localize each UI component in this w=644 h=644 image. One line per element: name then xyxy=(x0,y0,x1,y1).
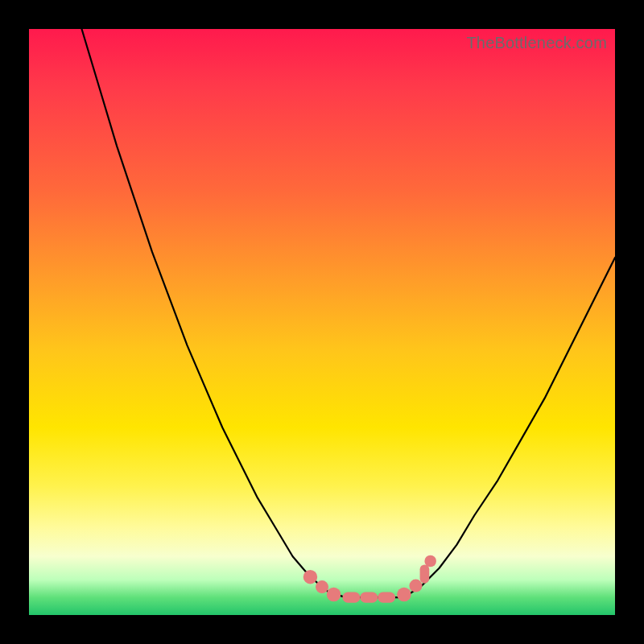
curve-marker xyxy=(360,592,378,603)
curve-marker xyxy=(327,588,341,601)
marker-group xyxy=(303,555,436,603)
curve-marker xyxy=(303,570,317,584)
curve-marker xyxy=(342,592,360,603)
plot-area: TheBottleneck.com xyxy=(29,29,615,615)
curve-marker xyxy=(424,555,436,568)
curve-marker xyxy=(409,580,422,592)
bottleneck-curve xyxy=(82,29,615,597)
curve-marker xyxy=(420,564,430,583)
curve-marker xyxy=(316,580,328,593)
chart-frame: TheBottleneck.com xyxy=(0,0,644,644)
curve-marker xyxy=(378,592,395,603)
curve-marker xyxy=(397,588,411,601)
curve-svg xyxy=(29,29,615,615)
